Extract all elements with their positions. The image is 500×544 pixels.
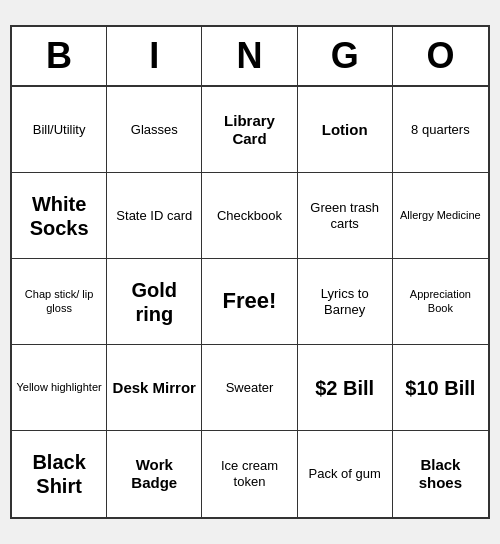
header-letter: G (298, 27, 393, 85)
cell-text: Library Card (206, 112, 292, 148)
header-letter: N (202, 27, 297, 85)
cell-text: Bill/Utility (33, 122, 86, 138)
bingo-cell: Lyrics to Barney (298, 259, 393, 345)
cell-text: Work Badge (111, 456, 197, 492)
cell-text: $2 Bill (315, 376, 374, 400)
cell-text: Free! (223, 288, 277, 314)
bingo-cell: White Socks (12, 173, 107, 259)
cell-text: Gold ring (111, 278, 197, 326)
header-letter: O (393, 27, 488, 85)
bingo-cell: Gold ring (107, 259, 202, 345)
cell-text: Lyrics to Barney (302, 286, 388, 317)
bingo-cell: Appreciation Book (393, 259, 488, 345)
bingo-cell: Chap stick/ lip gloss (12, 259, 107, 345)
bingo-cell: Allergy Medicine (393, 173, 488, 259)
cell-text: Sweater (226, 380, 274, 396)
cell-text: Black shoes (397, 456, 484, 492)
cell-text: Appreciation Book (397, 288, 484, 314)
cell-text: White Socks (16, 192, 102, 240)
bingo-cell: Checkbook (202, 173, 297, 259)
bingo-cell: Desk Mirror (107, 345, 202, 431)
bingo-cell: Glasses (107, 87, 202, 173)
cell-text: Black Shirt (16, 450, 102, 498)
bingo-cell: Lotion (298, 87, 393, 173)
cell-text: Lotion (322, 121, 368, 139)
header-letter: I (107, 27, 202, 85)
cell-text: Green trash carts (302, 200, 388, 231)
bingo-cell: Library Card (202, 87, 297, 173)
bingo-card: BINGO Bill/UtilityGlassesLibrary CardLot… (10, 25, 490, 519)
bingo-cell: Yellow highlighter (12, 345, 107, 431)
bingo-cell: Black Shirt (12, 431, 107, 517)
cell-text: Yellow highlighter (16, 381, 101, 394)
bingo-cell: 8 quarters (393, 87, 488, 173)
bingo-cell: Pack of gum (298, 431, 393, 517)
cell-text: State ID card (116, 208, 192, 224)
bingo-cell: Sweater (202, 345, 297, 431)
bingo-cell: Bill/Utility (12, 87, 107, 173)
cell-text: Desk Mirror (113, 379, 196, 397)
cell-text: Allergy Medicine (400, 209, 481, 222)
bingo-cell: State ID card (107, 173, 202, 259)
bingo-cell: Free! (202, 259, 297, 345)
cell-text: Glasses (131, 122, 178, 138)
header-letter: B (12, 27, 107, 85)
bingo-cell: Ice cream token (202, 431, 297, 517)
bingo-cell: Green trash carts (298, 173, 393, 259)
cell-text: $10 Bill (405, 376, 475, 400)
bingo-grid: Bill/UtilityGlassesLibrary CardLotion8 q… (12, 87, 488, 517)
cell-text: 8 quarters (411, 122, 470, 138)
bingo-cell: $10 Bill (393, 345, 488, 431)
cell-text: Ice cream token (206, 458, 292, 489)
cell-text: Checkbook (217, 208, 282, 224)
bingo-header: BINGO (12, 27, 488, 87)
bingo-cell: Black shoes (393, 431, 488, 517)
cell-text: Chap stick/ lip gloss (16, 288, 102, 314)
bingo-cell: $2 Bill (298, 345, 393, 431)
bingo-cell: Work Badge (107, 431, 202, 517)
cell-text: Pack of gum (309, 466, 381, 482)
